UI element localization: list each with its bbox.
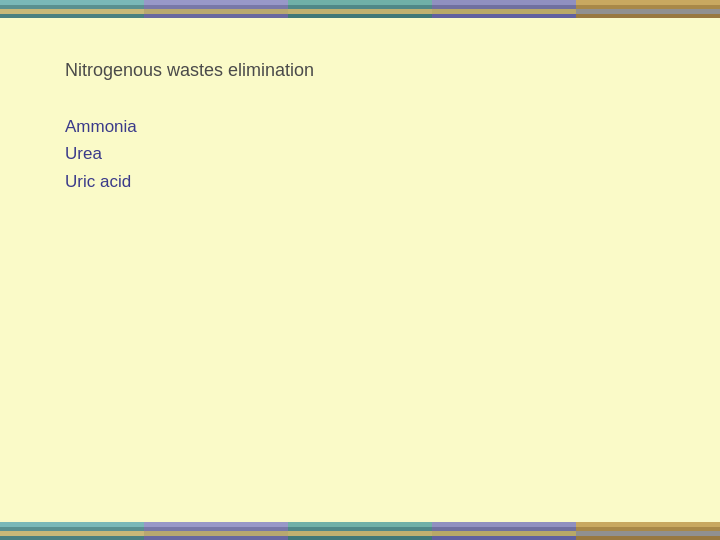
- stripe-segment-3: [288, 0, 432, 18]
- stripe-segment-b2: [144, 522, 288, 540]
- section-title: Nitrogenous wastes elimination: [65, 58, 655, 83]
- stripe-row: [432, 14, 576, 19]
- list-container: Ammonia Urea Uric acid: [65, 113, 655, 195]
- stripe-segment-2: [144, 0, 288, 18]
- stripe-segment-b3: [288, 522, 432, 540]
- stripe-row: [0, 536, 144, 541]
- stripe-segment-5: [576, 0, 720, 18]
- list-item-ammonia: Ammonia: [65, 113, 655, 140]
- bottom-stripe-bar: [0, 522, 720, 540]
- stripe-segment-4: [432, 0, 576, 18]
- stripe-row: [576, 536, 720, 541]
- stripe-row: [0, 14, 144, 19]
- stripe-segment-1: [0, 0, 144, 18]
- stripe-row: [144, 536, 288, 541]
- stripe-row: [288, 14, 432, 19]
- stripe-segment-b1: [0, 522, 144, 540]
- list-item-uric-acid: Uric acid: [65, 168, 655, 195]
- stripe-segment-b5: [576, 522, 720, 540]
- stripe-segment-b4: [432, 522, 576, 540]
- list-item-urea: Urea: [65, 140, 655, 167]
- stripe-row: [576, 14, 720, 19]
- main-content: Nitrogenous wastes elimination Ammonia U…: [0, 18, 720, 235]
- stripe-row: [432, 536, 576, 541]
- top-stripe-bar: [0, 0, 720, 18]
- stripe-row: [144, 14, 288, 19]
- stripe-row: [288, 536, 432, 541]
